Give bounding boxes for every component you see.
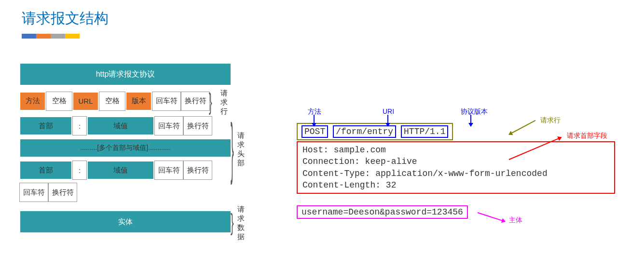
cell-header-value: 域值 xyxy=(87,116,154,135)
cell-lf: 换行符 xyxy=(181,92,210,111)
color-stripe xyxy=(22,34,80,39)
arrow-down-icon xyxy=(387,115,388,126)
label-request-headers: 请求头部 xyxy=(237,131,245,168)
arrow-down-icon xyxy=(314,115,315,126)
box-method: POST xyxy=(301,125,328,138)
arrow-down-icon xyxy=(470,115,471,126)
cell-header-value: 域值 xyxy=(87,161,154,180)
page-title: 请求报文结构 xyxy=(22,9,109,28)
cell-space: 空格 xyxy=(46,92,72,111)
cell-header-name: 首部 xyxy=(19,161,72,180)
structure-diagram: http请求报文协议 方法 空格 URL 空格 版本 回车符 换行符 请求行 首… xyxy=(19,63,232,242)
cell-lf: 换行符 xyxy=(183,116,212,135)
cell-method: 方法 xyxy=(19,92,46,111)
header-cell: http请求报文协议 xyxy=(19,63,232,86)
header-line: Content-Type: application/x-www-form-url… xyxy=(302,168,609,179)
cell-cr: 回车符 xyxy=(152,92,181,111)
label-uri: URI xyxy=(383,108,394,115)
label-method: 方法 xyxy=(308,108,321,116)
cell-header-name: 首部 xyxy=(19,116,72,135)
label-headers-example: 请求首部字段 xyxy=(567,132,607,140)
header-line: Connection: keep-alive xyxy=(302,156,609,167)
cell-cr: 回车符 xyxy=(154,116,183,135)
header-line: Host: sample.com xyxy=(302,144,609,156)
cell-url: URL xyxy=(72,92,99,111)
cell-cr: 回车符 xyxy=(154,161,183,180)
cell-colon: : xyxy=(72,116,87,135)
label-request-line-example: 请求行 xyxy=(540,116,561,125)
cell-version: 版本 xyxy=(125,92,152,111)
cell-colon: : xyxy=(72,161,87,180)
label-request-line: 请求行 xyxy=(220,89,232,116)
label-body-example: 主体 xyxy=(509,216,522,225)
box-version: HTTP/1.1 xyxy=(401,125,448,138)
request-line-box: POST /form/entry HTTP/1.1 xyxy=(297,123,453,140)
cell-space: 空格 xyxy=(99,92,125,111)
header-line: Content-Length: 32 xyxy=(302,179,609,191)
headers-box: Host: sample.com Connection: keep-alive … xyxy=(297,141,615,194)
label-version: 协议版本 xyxy=(461,108,488,116)
label-request-body: 请求数据 xyxy=(237,205,245,242)
cell-lf: 换行符 xyxy=(183,161,212,180)
body-box: username=Deeson&password=123456 xyxy=(297,205,468,219)
box-uri: /form/entry xyxy=(333,125,396,138)
cell-entity: 实体 xyxy=(19,210,232,233)
cell-cr: 回车符 xyxy=(19,183,48,202)
cell-multiple-headers: .........[多个首部与域值]............ xyxy=(19,138,232,158)
cell-lf: 换行符 xyxy=(48,183,77,202)
